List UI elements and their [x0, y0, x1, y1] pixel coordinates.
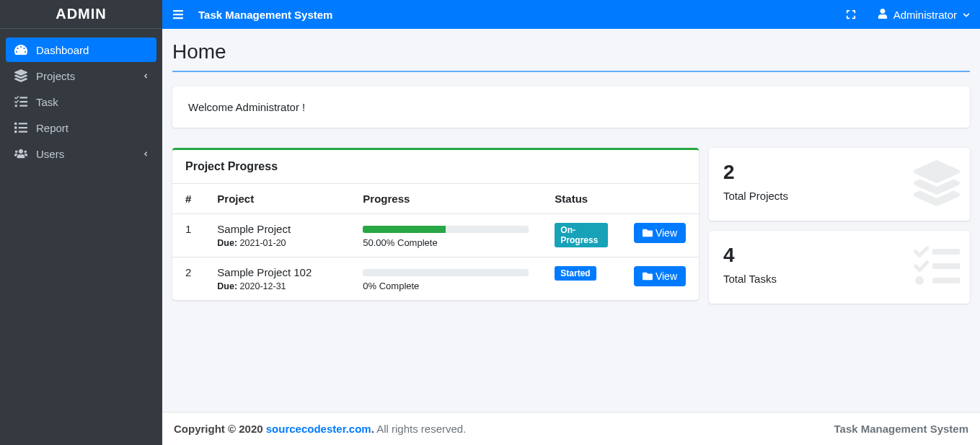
page-title: Home — [172, 40, 970, 63]
layer-group-icon — [914, 160, 960, 209]
view-button[interactable]: View — [634, 266, 686, 286]
sidebar: ADMIN Dashboard Projects — [0, 0, 162, 445]
cell-progress: 0% Complete — [350, 257, 542, 301]
topbar-title: Task Management System — [198, 9, 846, 21]
main-column: Task Management System Administrator — [162, 0, 980, 445]
status-badge: On-Progress — [555, 223, 608, 247]
cell-project: Sample Project Due: 2021-01-20 — [204, 214, 350, 257]
folder-icon — [643, 271, 653, 281]
topbar: Task Management System Administrator — [162, 0, 980, 29]
user-menu[interactable]: Administrator — [878, 9, 970, 21]
sidebar-item-label: Users — [36, 148, 64, 160]
user-icon — [878, 9, 888, 21]
user-name: Administrator — [893, 9, 957, 21]
header-divider — [172, 71, 970, 72]
sidebar-item-task[interactable]: Task — [6, 89, 156, 114]
info-card-tasks: 4 Total Tasks — [709, 231, 970, 304]
project-progress-title: Project Progress — [172, 150, 699, 184]
footer-right: Task Management System — [834, 423, 968, 435]
tasks-icon — [914, 243, 960, 292]
sidebar-item-label: Task — [36, 96, 58, 108]
sidebar-item-label: Report — [36, 122, 69, 134]
footer-link[interactable]: sourcecodester.com — [266, 423, 371, 435]
cell-action: View — [621, 214, 699, 257]
sidebar-item-projects[interactable]: Projects — [6, 63, 156, 88]
col-num: # — [172, 184, 204, 214]
cell-project: Sample Project 102 Due: 2020-12-31 — [204, 257, 350, 301]
chevron-down-icon — [963, 9, 970, 21]
sidebar-item-users[interactable]: Users — [6, 141, 156, 166]
col-progress: Progress — [350, 184, 542, 214]
footer: Copyright © 2020 sourcecodester.com. All… — [162, 412, 980, 445]
status-badge: Started — [555, 266, 596, 281]
project-table: # Project Progress Status 1 Sample Pr — [172, 184, 699, 300]
info-card-projects: 2 Total Projects — [709, 148, 970, 221]
content-area: Home Welcome Administrator ! Project Pro… — [162, 29, 980, 412]
sidebar-nav: Dashboard Projects — [0, 32, 162, 173]
cell-num: 2 — [172, 257, 204, 301]
layer-group-icon — [14, 69, 32, 82]
welcome-card: Welcome Administrator ! — [172, 87, 970, 128]
tasks-icon — [14, 95, 32, 108]
sidebar-item-label: Dashboard — [36, 44, 89, 56]
cell-progress: 50.00% Complete — [350, 214, 542, 257]
table-row: 2 Sample Project 102 Due: 2020-12-31 0% … — [172, 257, 699, 301]
chevron-left-icon — [142, 70, 149, 82]
sidebar-item-dashboard[interactable]: Dashboard — [6, 38, 156, 62]
footer-rights: All rights reserved. — [374, 423, 467, 435]
col-status: Status — [542, 184, 621, 214]
cell-num: 1 — [172, 214, 204, 257]
brand-logo: ADMIN — [0, 0, 162, 29]
chevron-left-icon — [142, 148, 149, 160]
sidebar-item-report[interactable]: Report — [6, 115, 156, 140]
sidebar-item-label: Projects — [36, 70, 75, 82]
table-row: 1 Sample Project Due: 2021-01-20 50.00% … — [172, 214, 699, 257]
menu-toggle-icon[interactable] — [172, 9, 184, 20]
view-button[interactable]: View — [634, 223, 686, 243]
col-project: Project — [204, 184, 350, 214]
cell-action: View — [621, 257, 699, 301]
project-progress-card: Project Progress # Project Progress Stat — [172, 148, 699, 300]
list-icon — [14, 121, 32, 134]
folder-icon — [643, 228, 653, 238]
cell-status: On-Progress — [542, 214, 621, 257]
tachometer-icon — [14, 43, 32, 56]
users-icon — [14, 147, 32, 160]
cell-status: Started — [542, 257, 621, 301]
welcome-text: Welcome Administrator ! — [188, 101, 305, 113]
footer-copyright: Copyright © 2020 — [174, 423, 266, 435]
expand-icon[interactable] — [846, 9, 856, 19]
